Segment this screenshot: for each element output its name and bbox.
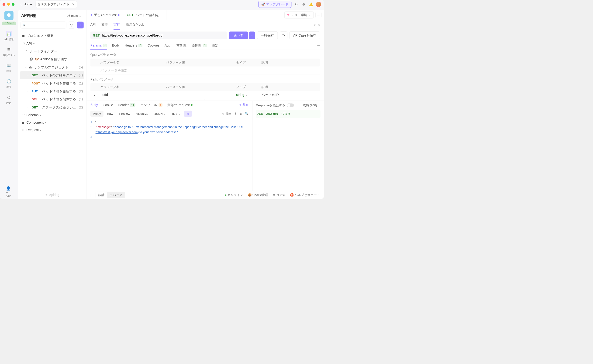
ws-tab-current[interactable]: GET ペットの詳細を…: [123, 10, 166, 20]
resp-tab-cookie[interactable]: Cookie: [103, 101, 113, 109]
send-dropdown[interactable]: ⌄: [249, 32, 255, 39]
subtab-mock[interactable]: 高度なMock: [126, 20, 144, 29]
resp-tab-header[interactable]: Header 11: [118, 101, 135, 109]
nav-api[interactable]: 📊 API管理: [4, 30, 13, 42]
debug-mode[interactable]: デバッグ: [107, 192, 125, 198]
home-button[interactable]: ⌂ Home: [18, 1, 34, 7]
tree-request[interactable]: ⊕ Request ▸: [20, 126, 84, 134]
add-button[interactable]: +: [77, 22, 83, 28]
help-button[interactable]: 🛟 ヘルプとサポート: [290, 193, 320, 197]
tool-visualize[interactable]: Visualize: [134, 111, 151, 117]
resp-tab-body[interactable]: Body: [90, 101, 98, 109]
subtab-change[interactable]: 変更: [101, 20, 108, 29]
save-temp-button[interactable]: 一時保存: [257, 32, 278, 39]
tree-api-root[interactable]: ⬚ API ▾: [20, 40, 84, 47]
tree-endpoint-0[interactable]: › GET ペットの詳細をクエリ (4): [20, 71, 84, 79]
resp-tab-console[interactable]: コンソール 1: [140, 101, 163, 109]
nav-api-label: API管理: [4, 38, 13, 41]
ws-tab-menu[interactable]: ⋯: [175, 10, 186, 20]
env-menu-button[interactable]: ☰: [315, 12, 321, 18]
tree-sample-project[interactable]: ⌄ 🗁 サンプルプロジェクト (5): [20, 63, 84, 71]
search-icon[interactable]: 🔍: [245, 112, 249, 116]
tool-json[interactable]: JSON ⌄: [152, 111, 168, 117]
mode-toggle[interactable]: 設計 デバッグ: [96, 192, 125, 198]
ws-add-tab[interactable]: +: [166, 10, 175, 20]
gear-icon[interactable]: ⚙: [301, 2, 306, 7]
close-tab-icon[interactable]: ✕: [72, 3, 74, 6]
tree-endpoint-4[interactable]: › GET ステータスに基づい… (2): [20, 103, 84, 111]
req-tab-settings[interactable]: 設定: [212, 41, 218, 50]
sample-label: サンプルプロジェクト: [34, 65, 68, 70]
ws-tab-new-request[interactable]: ✦ 新しいRequest: [87, 10, 123, 20]
target-icon[interactable]: ◎: [318, 23, 320, 26]
req-tab-post[interactable]: 後処理 1: [192, 41, 207, 50]
nav-settings[interactable]: ⬡ 設定: [6, 93, 12, 106]
download-icon[interactable]: ⬇: [235, 112, 237, 116]
nav-share[interactable]: 📖 共有: [6, 61, 12, 74]
extract-button[interactable]: ⊙ 抽出: [222, 112, 231, 116]
share-button[interactable]: ⇪ 共有: [239, 103, 249, 107]
tool-preview[interactable]: Preview: [117, 111, 133, 117]
req-tab-params[interactable]: Params 1: [90, 41, 107, 50]
avatar[interactable]: [316, 2, 321, 7]
code-icon[interactable]: </>: [317, 45, 320, 47]
query-add-row[interactable]: パラメータを追加: [90, 66, 320, 74]
nav-autotest[interactable]: ☰ 自動テスト: [3, 46, 15, 58]
search-input[interactable]: 🔍: [20, 22, 66, 28]
req-tab-auth[interactable]: Auth: [165, 42, 171, 50]
window-maximize[interactable]: [12, 3, 14, 6]
bell-icon[interactable]: 🔔: [309, 2, 314, 7]
param-desc[interactable]: ペットのID: [259, 93, 320, 97]
send-button[interactable]: 送 信: [229, 32, 248, 39]
param-name[interactable]: petId: [98, 93, 163, 97]
tree-project-overview[interactable]: ▣ プロジェクト概要: [20, 32, 84, 40]
filter-button[interactable]: ▽: [68, 22, 75, 28]
window-minimize[interactable]: [7, 3, 10, 6]
response-body[interactable]: 1{ 2 "message": "Please go to \"Environm…: [87, 118, 252, 191]
validate-toggle[interactable]: [287, 103, 294, 107]
splitter[interactable]: •••: [87, 99, 324, 101]
status-selector[interactable]: 成功 (200) ⌄: [303, 103, 321, 107]
resp-tab-actual[interactable]: 実際のRequest: [167, 101, 193, 109]
refresh-button[interactable]: ↻: [294, 2, 299, 7]
path-param-row[interactable]: ⌄ petId 1 string ⌄ ペットのID: [90, 91, 320, 99]
req-tab-body[interactable]: Body: [112, 42, 120, 50]
environment-selector[interactable]: 〒 テスト環境 ⌄: [284, 11, 314, 18]
req-tab-cookies[interactable]: Cookies: [148, 42, 159, 50]
subtab-run[interactable]: 実行: [114, 20, 120, 30]
tree-schema[interactable]: ⬠ Schema ▸: [20, 111, 84, 119]
row-toggle[interactable]: ⌄: [90, 93, 98, 97]
save-case-button[interactable]: APICaseを保存: [290, 32, 320, 39]
trash-button[interactable]: 🗑 ゴミ箱: [272, 193, 286, 197]
nav-invite[interactable]: 👤+ 招待: [6, 186, 12, 199]
tree-component[interactable]: ≣ Component ▸: [20, 119, 84, 126]
tool-utf8[interactable]: utf8 ⌄: [169, 111, 183, 117]
design-mode[interactable]: 設計: [96, 192, 107, 198]
tool-wrap[interactable]: ⇉: [184, 111, 192, 117]
tool-pretty[interactable]: Pretty: [90, 111, 103, 117]
collapse-icon[interactable]: |←: [90, 193, 94, 197]
upgrade-button[interactable]: 🚀 アップグレード: [258, 1, 291, 8]
req-tab-pre[interactable]: 前処理: [176, 41, 187, 50]
subtab-api[interactable]: API: [90, 20, 96, 29]
nav-history[interactable]: 🕐 履歴: [6, 78, 12, 90]
req-tab-headers[interactable]: Headers 8: [125, 42, 142, 50]
reset-button[interactable]: ↻: [280, 32, 287, 39]
param-type[interactable]: string ⌄: [234, 93, 259, 97]
tree-root-folder[interactable]: 🗀 ルートフォルダー: [20, 47, 84, 55]
branch-selector[interactable]: ⎇ main ⌄: [65, 13, 83, 19]
param-value[interactable]: 1: [163, 93, 234, 97]
url-bar[interactable]: GET https://test.your-api-server.com/pet…: [90, 32, 227, 39]
copy-icon[interactable]: ⧉: [240, 112, 242, 116]
online-status[interactable]: オンライン: [225, 193, 243, 197]
tree-endpoint-1[interactable]: › POST ペット情報を作成する (1): [20, 79, 84, 87]
tree-endpoint-3[interactable]: › DEL ペット情報を削除する (1): [20, 95, 84, 103]
tree-endpoint-2[interactable]: › PUT ペット情報を更新する (2): [20, 87, 84, 95]
cookie-manager[interactable]: 🍪 Cookie管理: [248, 193, 268, 197]
window-close[interactable]: [3, 3, 5, 6]
nav-workspace[interactable]: パブリック: [2, 10, 16, 26]
tool-raw[interactable]: Raw: [104, 111, 116, 117]
tree-apidog-guide[interactable]: Ⓜ 🐶 Apidogを使い回す: [20, 55, 84, 63]
project-tab[interactable]: ⎘ テストプロジェクト ✕: [35, 1, 77, 8]
clock-icon[interactable]: ◷: [314, 23, 316, 26]
